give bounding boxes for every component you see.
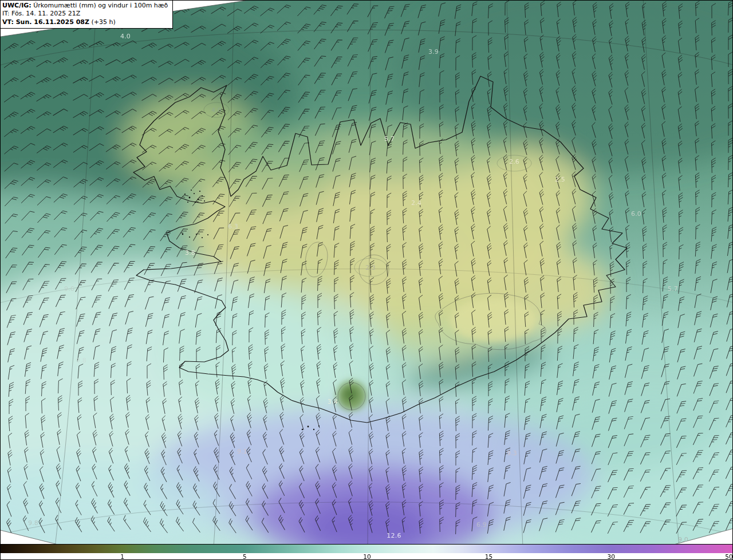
product-title: Úrkomumætti (mm) og vindur i 100m hæð [31, 2, 168, 9]
model-name: UWC/IG: [2, 2, 31, 9]
colorbar-label: 15 [485, 553, 492, 560]
title-box: UWC/IG: Úrkomumætti (mm) og vindur i 100… [1, 1, 173, 29]
colorbar-label: 1 [120, 553, 124, 560]
product-line: UWC/IG: Úrkomumætti (mm) og vindur i 100… [2, 2, 168, 10]
colorbar-label: 50 [725, 553, 732, 560]
colorbar-label: 5 [243, 553, 247, 560]
precip-wind-map [1, 1, 733, 545]
colorbar-label: 10 [363, 553, 371, 560]
precip-field [1, 1, 733, 545]
init-time: IT: Fös. 14. 11. 2025 21Z [2, 10, 168, 18]
colorbar-gradient [1, 544, 733, 553]
valid-time: VT: Sun. 16.11.2025 08Z [2, 18, 89, 26]
weather-map-page: 4.03.94.05.72.62.52.46.06.33.82.39.65.79… [0, 0, 733, 560]
valid-offset: (+35 h) [89, 18, 116, 26]
valid-line: VT: Sun. 16.11.2025 08Z (+35 h) [2, 18, 168, 26]
colorbar: 1510153050 [1, 544, 733, 560]
colorbar-label: 30 [608, 553, 615, 560]
colorbar-labels: 1510153050 [1, 553, 733, 560]
